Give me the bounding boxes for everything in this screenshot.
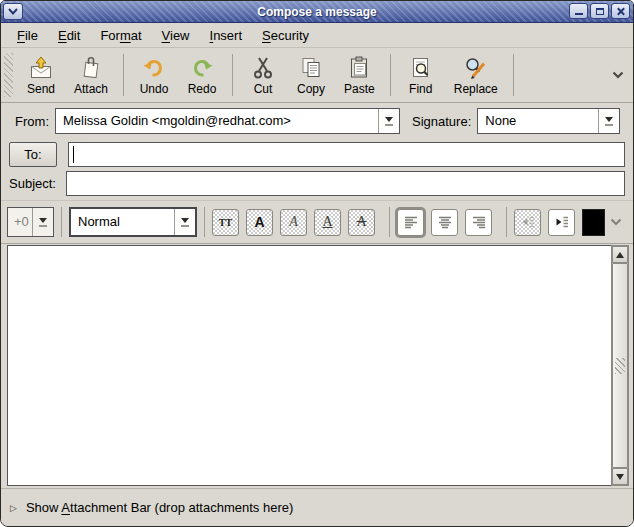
copy-button[interactable]: Copy bbox=[287, 52, 335, 98]
from-row: From: Melissa Goldin <mgoldin@redhat.com… bbox=[1, 103, 633, 139]
font-size-combo[interactable]: +0 bbox=[7, 207, 54, 237]
from-label: From: bbox=[9, 114, 55, 129]
close-button[interactable] bbox=[611, 3, 630, 19]
strikethrough-button[interactable]: A bbox=[348, 209, 375, 236]
scrollbar-thumb[interactable] bbox=[612, 263, 628, 468]
menu-security[interactable]: Security bbox=[254, 25, 317, 46]
format-separator bbox=[506, 207, 507, 237]
arrow-up-icon bbox=[616, 252, 624, 258]
send-label: Send bbox=[27, 82, 55, 96]
toolbar-separator bbox=[232, 54, 233, 96]
unindent-button[interactable] bbox=[514, 209, 541, 236]
titlebar[interactable]: Compose a message bbox=[1, 1, 633, 23]
to-input[interactable] bbox=[69, 143, 624, 166]
menu-bar: File Edit Format View Insert Security bbox=[1, 23, 633, 48]
format-toolbar: +0 Normal TT A A A A bbox=[1, 200, 633, 244]
subject-row: Subject: bbox=[1, 169, 633, 200]
redo-label: Redo bbox=[188, 82, 217, 96]
menu-insert[interactable]: Insert bbox=[202, 25, 251, 46]
chevron-down-icon bbox=[610, 218, 622, 226]
message-body-area bbox=[1, 244, 633, 488]
main-toolbar: Send Attach Undo bbox=[1, 48, 633, 103]
arrow-down-icon bbox=[616, 474, 624, 480]
paragraph-style-combo[interactable]: Normal bbox=[69, 207, 197, 237]
toolbar-drag-handle[interactable] bbox=[4, 53, 13, 97]
attachment-bar-toggle[interactable]: ▷ Show Attachment Bar (drop attachments … bbox=[1, 488, 633, 526]
align-right-button[interactable] bbox=[465, 209, 492, 236]
find-button[interactable]: Find bbox=[397, 52, 445, 98]
subject-label: Subject: bbox=[9, 176, 66, 191]
minimize-icon bbox=[575, 13, 583, 15]
paste-icon bbox=[347, 55, 371, 81]
italic-button[interactable]: A bbox=[280, 209, 307, 236]
from-combobox[interactable]: Melissa Goldin <mgoldin@redhat.com> bbox=[55, 108, 400, 134]
to-button[interactable]: To: bbox=[9, 142, 57, 167]
unindent-icon bbox=[520, 214, 536, 230]
italic-icon: A bbox=[289, 214, 298, 230]
align-center-button[interactable] bbox=[431, 209, 458, 236]
vertical-scrollbar[interactable] bbox=[611, 245, 629, 486]
indent-icon bbox=[554, 214, 570, 230]
toolbar-separator bbox=[123, 54, 124, 96]
attach-icon bbox=[79, 55, 103, 81]
cut-icon bbox=[251, 55, 275, 81]
redo-icon bbox=[190, 55, 214, 81]
format-separator bbox=[204, 207, 205, 237]
menu-file[interactable]: File bbox=[9, 25, 46, 46]
formatbar-overflow-button[interactable] bbox=[605, 218, 627, 226]
subject-entry[interactable] bbox=[66, 171, 625, 196]
replace-button[interactable]: Replace bbox=[445, 52, 507, 98]
menu-format[interactable]: Format bbox=[92, 25, 149, 46]
format-separator bbox=[61, 207, 62, 237]
chevron-down-icon[interactable] bbox=[598, 109, 619, 133]
scroll-up-button[interactable] bbox=[612, 246, 628, 263]
from-value: Melissa Goldin <mgoldin@redhat.com> bbox=[56, 109, 378, 133]
chevron-down-icon bbox=[612, 71, 624, 79]
align-left-button[interactable] bbox=[397, 209, 424, 236]
underline-icon: A bbox=[322, 214, 332, 230]
paragraph-style-value: Normal bbox=[71, 209, 174, 235]
minimize-button[interactable] bbox=[569, 3, 588, 19]
scroll-down-button[interactable] bbox=[612, 468, 628, 485]
redo-button[interactable]: Redo bbox=[178, 52, 226, 98]
attach-button[interactable]: Attach bbox=[65, 52, 117, 98]
align-center-icon bbox=[437, 214, 453, 230]
bold-button[interactable]: A bbox=[246, 209, 273, 236]
menu-view[interactable]: View bbox=[154, 25, 198, 46]
undo-button[interactable]: Undo bbox=[130, 52, 178, 98]
signature-combobox[interactable]: None bbox=[477, 108, 620, 134]
copy-label: Copy bbox=[297, 82, 325, 96]
format-separator bbox=[389, 207, 390, 237]
replace-icon bbox=[464, 55, 488, 81]
underline-button[interactable]: A bbox=[314, 209, 341, 236]
chevron-down-icon[interactable] bbox=[32, 208, 53, 236]
font-size-value: +0 bbox=[8, 208, 32, 236]
chevron-down-icon[interactable] bbox=[378, 109, 399, 133]
cut-button[interactable]: Cut bbox=[239, 52, 287, 98]
maximize-icon bbox=[596, 8, 604, 15]
paste-button[interactable]: Paste bbox=[335, 52, 384, 98]
subject-input[interactable] bbox=[67, 172, 624, 195]
menu-edit[interactable]: Edit bbox=[50, 25, 88, 46]
signature-value: None bbox=[478, 109, 598, 133]
send-button[interactable]: Send bbox=[17, 52, 65, 98]
align-left-icon bbox=[403, 214, 419, 230]
compose-window: Compose a message File Edit Format View … bbox=[0, 0, 634, 527]
text-color-swatch[interactable] bbox=[582, 209, 605, 236]
message-body-editor[interactable] bbox=[7, 245, 611, 486]
toolbar-overflow-button[interactable] bbox=[607, 71, 629, 79]
signature-label: Signature: bbox=[412, 114, 477, 129]
scrollbar-trough[interactable] bbox=[612, 263, 628, 468]
cut-label: Cut bbox=[254, 82, 273, 96]
typewriter-button[interactable]: TT bbox=[212, 209, 239, 236]
chevron-down-icon[interactable] bbox=[174, 209, 195, 235]
to-entry[interactable] bbox=[68, 142, 625, 167]
paste-label: Paste bbox=[344, 82, 375, 96]
maximize-button[interactable] bbox=[590, 3, 609, 19]
find-label: Find bbox=[409, 82, 432, 96]
attachment-bar-label: Show Attachment Bar (drop attachments he… bbox=[26, 500, 293, 515]
copy-icon bbox=[299, 55, 323, 81]
typewriter-icon: TT bbox=[219, 217, 232, 228]
text-caret bbox=[73, 146, 74, 163]
indent-button[interactable] bbox=[548, 209, 575, 236]
